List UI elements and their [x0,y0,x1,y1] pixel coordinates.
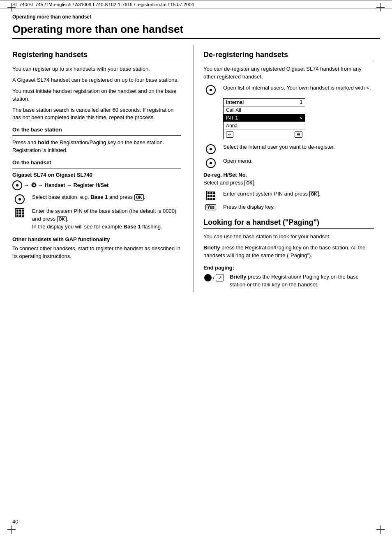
yes-button: Yes [205,204,216,210]
nav-wheel-step1 [15,194,25,204]
deregister-p1: You can de-register any registered Gigas… [203,65,374,81]
header-bar: SL 740/SL 745 / IM-englisch / A31008-L74… [0,0,392,9]
open-menu-text: Open menu. [223,157,374,165]
paging-p1: You can use the base station to look for… [203,233,374,241]
screen-footer: ↩ ☰ [224,130,305,139]
deregister-title: De-registering handsets [203,51,374,59]
section-registering-title: Registering handsets [12,51,181,59]
deregister-rule [203,61,374,61]
end-paging-title: End paging: [203,265,374,271]
gap-title: Other handsets with GAP functionality [12,236,181,242]
talk-key-icon: ↗ [216,274,224,281]
reg-p1: You can register up to six handsets with… [12,65,181,73]
slash-sep: / [213,274,214,281]
ok-button-pin: OK [309,191,319,197]
paging-rule [203,228,374,229]
screen-row-anna: Anna [224,122,305,130]
paging-p2: Briefly press the Registration/Paging ke… [203,244,374,260]
nav-wheel-menu [206,158,216,168]
menu-path: → ⚙ → Handset → Register H/Set [12,180,181,190]
open-menu-row: Open menu. [203,157,374,168]
left-column: Registering handsets You can register up… [12,45,193,292]
screen-header: Internal 1 [224,99,305,106]
main-title: Operating more than one handset [12,23,380,36]
crop-mark [380,525,380,534]
page-number: 40 [12,519,18,525]
enter-pin-icon [203,190,218,200]
settings-icon: ⚙ [31,182,37,189]
open-list-row: Open list of internal users. Your own ha… [203,84,374,95]
select-user-icon [203,143,218,154]
keypad-icon-1 [15,208,24,217]
header-text: SL 740/SL 745 / IM-englisch / A31008-L74… [12,2,194,7]
keypad-icon-2 [206,191,215,200]
select-user-row: Select the internal user you want to de-… [203,143,374,154]
end-paging-text: Briefly press the Registration/ Paging k… [230,273,374,289]
open-menu-icon [203,157,218,168]
crop-mark [376,7,385,8]
end-paging-icon: / ↗ [203,273,225,281]
screen-header-label: Internal [226,99,244,105]
arrow2: → [38,182,44,188]
yes-key-row: Yes Press the display key. [203,203,374,211]
subsection-rule [12,135,181,136]
step1-icon-cell [12,194,27,204]
title-rule [12,38,380,39]
screen-header-num: 1 [300,99,302,105]
dereg-text: Select and press OK. [203,180,256,186]
screen-display: Internal 1 Call All INT 1 < Anna [223,98,305,139]
breadcrumb: Operating more than one handset [12,9,380,20]
nav-wheel-icon [12,180,22,190]
step2-icon-cell [12,207,27,217]
reg-p4: The base station search is cancelled aft… [12,106,181,122]
screen-menu-btn: ☰ [295,131,302,138]
right-column: De-registering handsets You can de-regis… [193,45,374,292]
select-user-text: Select the internal user you want to de-… [223,143,374,151]
ok-button-2: OK [57,216,67,222]
arrow1: → [24,182,29,188]
step2-text: Enter the system PIN of the base station… [32,207,181,231]
end-paging-row: / ↗ Briefly press the Registration/ Pagi… [203,273,374,289]
menu-handset: Handset [45,182,65,188]
ok-button-dereg: OK [244,180,254,186]
crop-mark [380,3,380,12]
paging-title: Looking for a handset ("Paging") [203,218,374,227]
page-container: SL 740/SL 745 / IM-englisch / A31008-L74… [0,0,392,537]
base-station-text: Press and hold the Registration/Paging k… [12,139,181,154]
screen-row-callall: Call All [224,106,305,114]
handset-title: On the handset [12,159,181,166]
crop-mark [12,525,12,534]
yes-key-icon: Yes [203,203,218,210]
step1-text: Select base station, e.g. Base 1 and pre… [32,194,181,201]
reg-p3: You must initiate handset registration o… [12,88,181,103]
screen-row-int1: INT 1 < [224,114,305,122]
base-station-title: On the base station [12,127,181,133]
open-list-icon [203,84,218,95]
screen-back-btn: ↩ [226,131,233,138]
section-rule [12,61,181,61]
step2-row: Enter the system PIN of the base station… [12,207,181,231]
crop-mark [376,529,385,530]
menu-register: Register H/Set [74,182,108,188]
circle-icon [204,274,212,281]
subsection-rule-handset [12,168,181,168]
enter-pin-text: Enter current system PIN and press OK. [223,190,374,198]
open-list-text: Open list of internal users. Your own ha… [223,84,374,92]
step1-row: Select base station, e.g. Base 1 and pre… [12,194,181,204]
reg-p2: A Gigaset SL74 handset can be registered… [12,76,181,84]
arrow3: → [67,182,72,188]
nav-wheel-select [206,144,216,154]
crop-mark [12,3,12,12]
enter-pin-row: Enter current system PIN and press OK. [203,190,374,200]
dereg-label: De-reg. H/Set No. Select and press OK. [203,171,374,187]
sl74-title: Gigaset SL74 on Gigaset SL740 [12,172,181,178]
yes-text: Press the display key. [223,203,374,211]
gap-text: To connect other handsets, start to regi… [12,245,181,260]
ok-button-1: OK [134,194,144,201]
nav-wheel-open [206,85,216,95]
